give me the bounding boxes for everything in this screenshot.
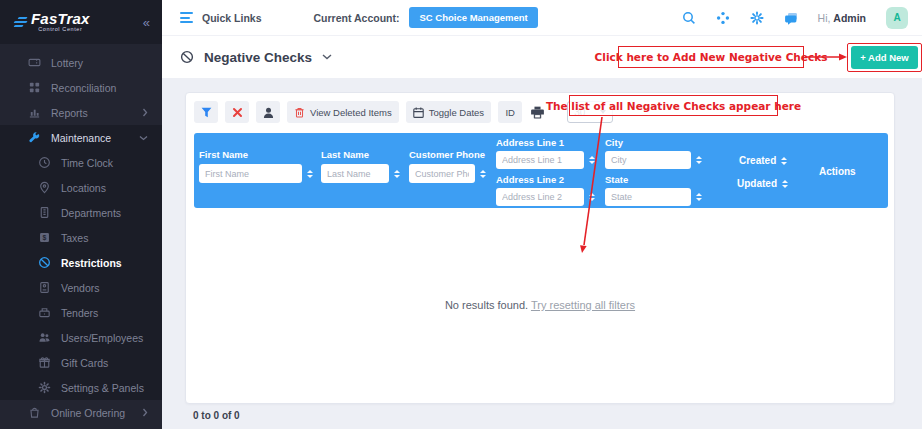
filter-city-input[interactable]	[605, 151, 691, 169]
sidebar-item-label: Gift Cards	[61, 357, 108, 369]
sidebar-item-lottery[interactable]: Lottery	[0, 50, 162, 75]
content-area: View Deleted Items Toggle Dates ID 30	[162, 78, 922, 429]
column-label: Address Line 2	[496, 174, 595, 185]
sidebar-header: FasTrax Control Center «	[0, 0, 162, 44]
sidebar-item-label: Tenders	[61, 307, 98, 319]
chevron-down-icon	[139, 135, 148, 141]
cash-drawer-icon	[38, 306, 51, 319]
clock-icon	[38, 156, 51, 169]
person-icon	[263, 107, 274, 118]
sidebar-item-taxes[interactable]: $ Taxes	[0, 225, 162, 250]
reset-filters-link[interactable]: Try resetting all filters	[531, 299, 635, 311]
building-icon	[38, 206, 51, 219]
sidebar-item-label: Departments	[61, 207, 121, 219]
sidebar-item-label: Reconciliation	[51, 82, 116, 94]
users-icon	[38, 331, 51, 344]
ban-icon	[38, 256, 51, 269]
sidebar-item-label: Maintenance	[51, 132, 111, 144]
brand-logo[interactable]: FasTrax Control Center	[14, 11, 90, 33]
sidebar-item-departments[interactable]: Departments	[0, 200, 162, 225]
column-customer-phone: Customer Phone	[409, 149, 486, 183]
shopping-bag-icon	[28, 406, 41, 419]
current-account-badge[interactable]: SC Choice Management	[409, 7, 537, 28]
chevron-right-icon	[142, 408, 148, 417]
filter-address1-input[interactable]	[496, 151, 584, 169]
sidebar-item-reports[interactable]: Reports	[0, 100, 162, 125]
sidebar-item-users-employees[interactable]: Users/Employees	[0, 325, 162, 350]
sidebar-nav: Lottery Reconciliation Reports Maintenan…	[0, 44, 162, 425]
sidebar-item-label: Taxes	[61, 232, 88, 244]
user-greeting: Hi, Admin	[818, 12, 866, 24]
id-toggle-button[interactable]: ID	[498, 101, 522, 123]
printer-icon	[531, 106, 544, 119]
sidebar-item-time-clock[interactable]: Time Clock	[0, 150, 162, 175]
avatar[interactable]: A	[886, 7, 908, 29]
sidebar-item-label: Locations	[61, 182, 106, 194]
brand-logo-icon	[14, 17, 27, 27]
sidebar-collapse-icon[interactable]: «	[143, 16, 150, 29]
toggle-dates-button[interactable]: Toggle Dates	[406, 101, 491, 123]
empty-message: No results found.	[445, 299, 528, 311]
sidebar-item-gift-cards[interactable]: Gift Cards	[0, 350, 162, 375]
ticket-icon	[28, 56, 41, 69]
sidebar-item-reconciliation[interactable]: Reconciliation	[0, 75, 162, 100]
sort-last-name[interactable]	[394, 170, 400, 178]
calendar-icon	[413, 107, 424, 118]
column-label: Actions	[819, 166, 856, 177]
add-new-button[interactable]: + Add New	[851, 46, 918, 69]
filter-customer-phone-input[interactable]	[409, 164, 475, 183]
top-bar: Quick Links Current Account: SC Choice M…	[162, 0, 922, 36]
column-label: State	[605, 174, 702, 185]
sort-created[interactable]	[781, 157, 787, 165]
gear-icon	[38, 381, 51, 394]
column-updated[interactable]: Updated	[737, 178, 788, 189]
print-button[interactable]	[529, 106, 546, 119]
map-pin-icon	[38, 181, 51, 194]
filter-last-name-input[interactable]	[321, 164, 389, 183]
sidebar-item-tenders[interactable]: Tenders	[0, 300, 162, 325]
column-city-state: City State	[605, 137, 702, 206]
sidebar-item-online-ordering[interactable]: Online Ordering	[0, 400, 162, 425]
sort-first-name[interactable]	[307, 170, 313, 178]
quick-links-button[interactable]: Quick Links	[202, 12, 262, 24]
clear-filters-button[interactable]	[225, 101, 249, 123]
column-label: Last Name	[321, 149, 400, 160]
column-created[interactable]: Created	[739, 155, 787, 166]
filter-first-name-input[interactable]	[199, 164, 302, 183]
search-icon[interactable]	[682, 11, 696, 25]
sidebar-item-maintenance[interactable]: Maintenance	[0, 125, 162, 150]
sort-updated[interactable]	[782, 180, 788, 188]
svg-text:$: $	[43, 234, 47, 242]
sidebar-item-label: Reports	[51, 107, 88, 119]
sidebar-item-vendors[interactable]: Vendors	[0, 275, 162, 300]
filter-address2-input[interactable]	[496, 188, 584, 206]
brand-name: FasTrax	[31, 11, 90, 26]
bar-chart-icon	[28, 106, 41, 119]
filter-button[interactable]	[194, 101, 218, 123]
view-deleted-items-button[interactable]: View Deleted Items	[287, 101, 399, 123]
chat-icon[interactable]	[784, 11, 798, 25]
gear-icon[interactable]	[750, 11, 764, 25]
funnel-icon	[201, 107, 212, 118]
gift-icon	[38, 356, 51, 369]
quick-links-menu-icon[interactable]	[180, 12, 193, 23]
sidebar-item-label: Online Ordering	[51, 407, 125, 419]
x-icon	[232, 107, 243, 118]
sidebar-item-locations[interactable]: Locations	[0, 175, 162, 200]
filter-state-input[interactable]	[605, 188, 691, 206]
apps-dots-icon[interactable]	[716, 11, 730, 25]
sort-state[interactable]	[696, 193, 702, 201]
annotation-add-new: Click here to Add New Negative Checks	[618, 46, 804, 68]
grid-icon	[28, 81, 41, 94]
sort-city[interactable]	[696, 156, 702, 164]
column-label: Created	[739, 155, 776, 166]
sort-address1[interactable]	[589, 156, 595, 164]
chevron-down-icon[interactable]	[322, 54, 332, 60]
customer-button[interactable]	[256, 101, 280, 123]
sidebar-item-settings-panels[interactable]: Settings & Panels	[0, 375, 162, 400]
sort-customer-phone[interactable]	[480, 170, 486, 178]
column-address: Address Line 1 Address Line 2	[496, 137, 595, 206]
sidebar-item-restrictions[interactable]: Restrictions	[0, 250, 162, 275]
sidebar-item-label: Settings & Panels	[61, 382, 144, 394]
sort-address2[interactable]	[589, 193, 595, 201]
